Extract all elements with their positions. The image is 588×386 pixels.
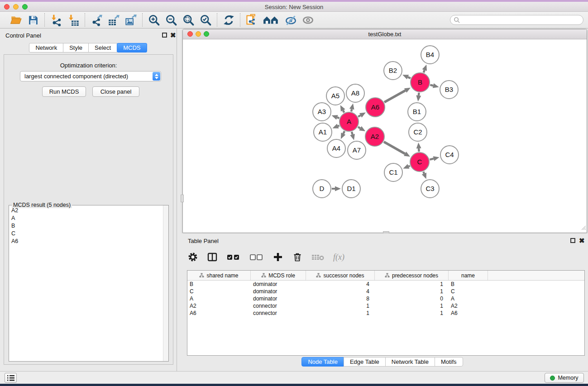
table-close-panel-icon[interactable]: ✖: [579, 238, 585, 243]
graph-node[interactable]: C: [410, 152, 429, 172]
table-options-gear-icon[interactable]: [187, 251, 199, 263]
table-cell[interactable]: A2: [187, 302, 251, 310]
import-network-icon[interactable]: [49, 13, 63, 27]
refresh-icon[interactable]: [222, 13, 235, 27]
column-header[interactable]: shared name: [187, 271, 251, 280]
table-row[interactable]: Adominator80A: [187, 295, 584, 302]
graph-edge[interactable]: [408, 166, 410, 166]
table-cell[interactable]: dominator: [251, 288, 306, 295]
graph-node[interactable]: A7: [348, 141, 366, 159]
graph-edge[interactable]: [337, 117, 339, 118]
table-cell[interactable]: A6: [187, 310, 251, 317]
network-from-selection-icon[interactable]: [245, 13, 258, 27]
graph-node[interactable]: A3: [313, 103, 331, 121]
graph-edge[interactable]: [424, 70, 425, 72]
graph-node[interactable]: A8: [346, 84, 364, 102]
graph-edge[interactable]: [408, 77, 411, 78]
table-cell[interactable]: A: [449, 295, 488, 302]
table-cell[interactable]: A2: [449, 302, 488, 310]
mcds-result-item[interactable]: A: [10, 214, 163, 222]
table-cell[interactable]: dominator: [251, 295, 306, 302]
table-cell[interactable]: 0: [375, 295, 449, 302]
graph-node[interactable]: B3: [440, 81, 458, 99]
select-all-checks-icon[interactable]: [226, 251, 241, 263]
tab-node-table[interactable]: Node Table: [301, 357, 344, 367]
table-row[interactable]: Bdominator41B: [187, 281, 584, 288]
node-table-header[interactable]: shared nameMCDS rolesuccessor nodesprede…: [187, 271, 584, 281]
delete-table-icon[interactable]: [311, 251, 325, 263]
close-panel-button[interactable]: Close panel: [92, 86, 139, 97]
graph-node[interactable]: C1: [384, 163, 402, 181]
column-header[interactable]: MCDS role: [251, 271, 306, 280]
graph-node[interactable]: D: [313, 180, 331, 198]
zoom-fit-icon[interactable]: [182, 13, 195, 27]
graph-node[interactable]: A2: [365, 127, 384, 146]
table-cell[interactable]: dominator: [251, 281, 306, 288]
table-cell[interactable]: connector: [251, 302, 306, 310]
show-columns-icon[interactable]: [206, 251, 218, 263]
tab-select[interactable]: Select: [88, 43, 117, 52]
network-window-titlebar[interactable]: testGlobe.txt: [183, 29, 587, 39]
zoom-in-icon[interactable]: [147, 13, 161, 27]
graph-edge[interactable]: [343, 110, 344, 113]
graph-node[interactable]: C4: [440, 146, 459, 164]
export-network-icon[interactable]: [90, 13, 103, 27]
open-file-icon[interactable]: [9, 13, 23, 27]
mcds-result-item[interactable]: C: [10, 230, 163, 238]
graph-node[interactable]: A5: [326, 87, 344, 105]
deselect-all-checks-icon[interactable]: [249, 251, 264, 263]
column-header[interactable]: name: [449, 271, 488, 280]
zoom-selected-icon[interactable]: [199, 13, 212, 27]
table-cell[interactable]: 4: [306, 281, 375, 288]
tab-style[interactable]: Style: [63, 43, 89, 52]
table-cell[interactable]: 8: [306, 295, 375, 302]
mcds-list-scrollbar[interactable]: [163, 205, 168, 361]
table-cell[interactable]: B: [187, 281, 251, 288]
graph-edge[interactable]: [419, 93, 419, 95]
graph-edge[interactable]: [430, 85, 433, 86]
table-cell[interactable]: 1: [306, 302, 375, 310]
hide-selected-icon[interactable]: [284, 13, 297, 27]
node-table[interactable]: shared nameMCDS rolesuccessor nodesprede…: [187, 270, 585, 356]
mcds-result-item[interactable]: A6: [10, 238, 163, 245]
mcds-result-item[interactable]: A2: [10, 207, 163, 214]
mcds-result-item[interactable]: B: [10, 222, 163, 230]
column-header[interactable]: predecessor nodes: [375, 271, 449, 280]
graph-edge[interactable]: [384, 142, 405, 153]
table-cell[interactable]: 1: [375, 302, 449, 310]
graph-node[interactable]: B2: [384, 62, 402, 80]
graph-node[interactable]: B4: [421, 46, 439, 64]
tab-mcds[interactable]: MCDS: [117, 43, 147, 52]
zoom-out-icon[interactable]: [164, 13, 178, 27]
tab-motifs[interactable]: Motifs: [435, 357, 463, 367]
export-table-icon[interactable]: [107, 13, 120, 27]
graph-node[interactable]: A: [339, 112, 359, 131]
memory-button[interactable]: Memory: [545, 373, 584, 383]
table-cell[interactable]: C: [187, 288, 251, 295]
column-header[interactable]: successor nodes: [306, 271, 375, 280]
search-field[interactable]: [450, 15, 583, 25]
tab-edge-table[interactable]: Edge Table: [344, 357, 386, 367]
table-cell[interactable]: B: [449, 281, 488, 288]
close-panel-icon[interactable]: ✖: [170, 33, 176, 38]
show-all-icon[interactable]: [301, 13, 315, 27]
graph-edge[interactable]: [351, 109, 352, 111]
graph-edge[interactable]: [358, 115, 360, 117]
table-cell[interactable]: connector: [251, 310, 306, 317]
table-row[interactable]: A2connector11A2: [187, 302, 584, 310]
graph-edge[interactable]: [384, 91, 406, 102]
import-table-icon[interactable]: [67, 13, 80, 27]
graph-node[interactable]: B: [411, 73, 430, 92]
graph-edge[interactable]: [338, 125, 339, 126]
delete-columns-trash-icon[interactable]: [292, 251, 303, 263]
table-cell[interactable]: 1: [375, 288, 449, 295]
graph-node[interactable]: C3: [421, 180, 439, 198]
criterion-dropdown[interactable]: largest connected component (directed): [20, 71, 161, 81]
table-cell[interactable]: 1: [306, 310, 375, 317]
add-column-icon[interactable]: [272, 251, 284, 263]
tab-network-table[interactable]: Network Table: [385, 357, 435, 367]
save-session-icon[interactable]: [26, 13, 40, 27]
table-cell[interactable]: C: [449, 288, 488, 295]
splitpane-handle-left[interactable]: [181, 195, 184, 202]
graph-node[interactable]: D1: [342, 180, 360, 198]
